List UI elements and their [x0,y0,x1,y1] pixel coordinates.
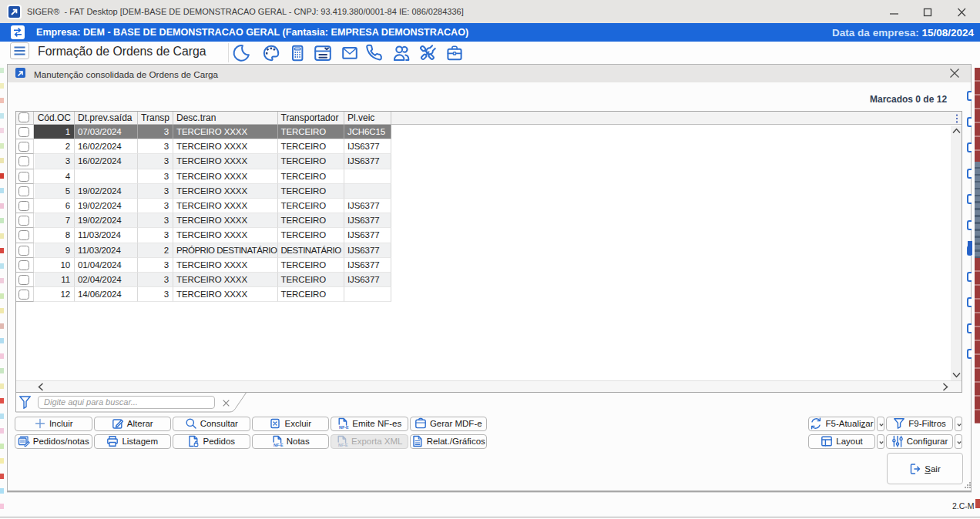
svg-text:NF-E: NF-E [274,443,284,447]
svg-text:NF-E: NF-E [339,425,349,430]
svg-text:NF-E: NF-E [338,443,348,447]
